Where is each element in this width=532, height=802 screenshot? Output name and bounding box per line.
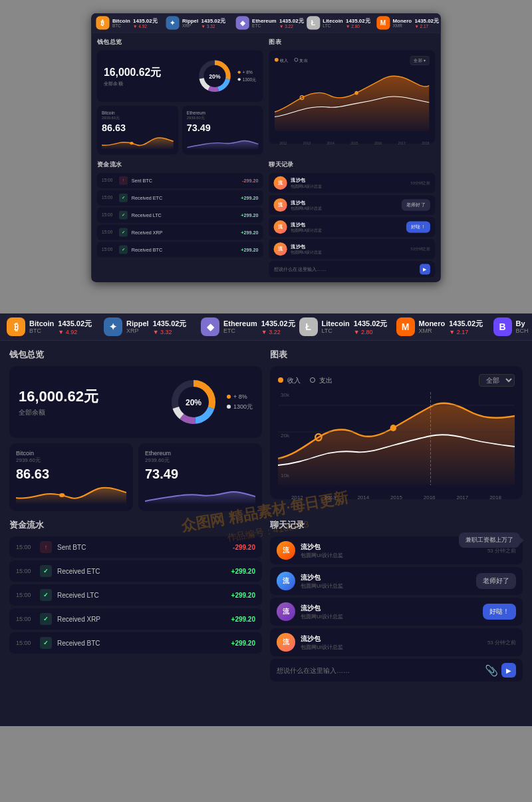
- chart-title: 图表: [270, 349, 523, 361]
- coin-cards: Bitcoin 2939.60元 86.63: [9, 443, 262, 511]
- ethereum-coin-card: Ethereum 2939.60元 73.49: [138, 443, 262, 511]
- rippel-icon: ✦: [104, 317, 122, 336]
- chart-x-labels: 2012 2013 2014 2015 2016 2017 2018: [278, 493, 515, 502]
- chat-section: 聊天记录 兼职工资都上万了 流 流沙包 包圆网UI设计总监: [270, 519, 523, 682]
- notif-bubble-1: 兼职工资都上万了: [459, 532, 520, 548]
- donut-chart: 20%: [196, 57, 234, 96]
- litecoin-icon: Ł: [299, 317, 318, 336]
- bitcoin-ticker-name: Bitcoin: [29, 319, 54, 327]
- btc-icon: ₿: [96, 16, 109, 29]
- chat-input-field[interactable]: [277, 667, 481, 674]
- wallet-section: 钱包总览 16,000.62元 全部余额: [9, 349, 262, 511]
- svg-point-7: [354, 91, 358, 95]
- list-item: 流 流沙包 包圆网UI设计总监 好哒！: [270, 598, 523, 626]
- ethereum-card-name: Ethereum: [145, 450, 171, 457]
- svg-point-13: [59, 493, 65, 497]
- chat-input[interactable]: [274, 267, 417, 272]
- bottom-row: 资金流水 15:00 ↑ Sent BTC -299.20 15:00 ✓: [9, 519, 523, 682]
- ticker-item[interactable]: ◆ Ethereum ETC 1435.02元 ▼ 3.22: [236, 16, 304, 29]
- donut-legend-item: + 8%: [227, 393, 253, 400]
- chart-section: 图表 收入 支出: [270, 349, 523, 511]
- ticker-item[interactable]: ✦ Rippel XRP 1435.02元 ▼ 3.32: [166, 16, 233, 29]
- bitcoin-ticker-code: BTC: [29, 327, 54, 334]
- ethereum-card-sub: 2939.60元: [145, 457, 171, 464]
- bitcoin-card-name: Bitcoin: [16, 450, 41, 457]
- svg-point-5: [130, 142, 133, 144]
- bitcoin-icon: ₿: [7, 317, 25, 336]
- sent-icon: ↑: [40, 541, 52, 553]
- ticker-bar-preview: ₿ Bitcoin BTC 1435.02元 ▼ 4.92 ✦ Rippel X…: [91, 13, 441, 33]
- ticker-item[interactable]: Ł Litecoin LTC 1435.02元 ▼ 2.80: [307, 16, 374, 29]
- transactions-section: 资金流水 15:00 ↑ Sent BTC -299.20 15:00 ✓: [9, 519, 262, 682]
- page-wrapper: ₿ Bitcoin BTC 1435.02元 ▼ 4.92 ✦ Rippel X…: [0, 0, 532, 726]
- chat-input-row: 📎 ▶: [270, 659, 523, 682]
- table-row: 15:00 ↑ Sent BTC -299.20: [9, 536, 262, 558]
- wallet-card: 16,000.62元 全部余额: [97, 50, 263, 102]
- income-legend-label: 收入: [287, 377, 301, 384]
- recv-icon: ✓: [40, 637, 52, 649]
- table-row: 15:00 ✓ Received BTC +299.20: [9, 632, 262, 654]
- donut-legend-item: 1300元: [227, 403, 253, 411]
- donut-legend: + 8% 1300元: [227, 393, 253, 411]
- ltc-icon: Ł: [307, 16, 320, 29]
- by-ticker[interactable]: B By BCH: [493, 317, 532, 336]
- ethereum-ticker[interactable]: ◆ Ethereum ETC 1435.02元 ▼ 3.22: [201, 317, 295, 336]
- wallet-total-label: 全部余额: [19, 408, 98, 417]
- ticker-item[interactable]: M Monero XMR 1435.02元 ▼ 2.17: [376, 16, 441, 29]
- monero-icon: M: [396, 317, 415, 336]
- chat-avatar: 流: [277, 572, 295, 590]
- bottom-row-preview: 资金流水 15:00↑Sent BTC-299.20 15:00✓Receive…: [97, 160, 435, 278]
- ethereum-card: Ethereum2939.60元 73.49: [182, 106, 263, 154]
- main-dashboard-wrapper: ₿ Bitcoin BTC 1435.02元 ▼ 4.92 ✦ Rippel X…: [0, 313, 532, 726]
- donut-pct: 20%: [186, 398, 201, 407]
- bitcoin-coin-card: Bitcoin 2939.60元 86.63: [9, 443, 133, 511]
- chat-bubble: 老师好了: [476, 573, 516, 589]
- xmr-icon: M: [376, 16, 390, 29]
- xrp-icon: ✦: [166, 16, 180, 29]
- ethereum-icon: ◆: [201, 317, 219, 336]
- wallet-section: 钱包总览 16,000.62元 全部余额: [97, 38, 263, 155]
- main-dashboard: ₿ Bitcoin BTC 1435.02元 ▼ 4.92 ✦ Rippel X…: [0, 313, 532, 726]
- chat-avatar: 流: [277, 633, 295, 652]
- wallet-total-card: 16,000.62元 全部余额: [9, 366, 262, 438]
- attachment-icon[interactable]: 📎: [485, 664, 497, 676]
- bitcoin-ticker-change: ▼ 4.92: [58, 329, 92, 335]
- transaction-list: 15:00 ↑ Sent BTC -299.20 15:00 ✓ Receive…: [9, 536, 262, 654]
- list-item: 流 流沙包 包圆网UI设计总监 老师好了: [270, 567, 523, 595]
- wallet-title: 钱包总览: [97, 38, 263, 47]
- coin-cards: Bitcoin2939.60元 86.63: [97, 106, 263, 154]
- chart-area: 30k 20k 10k: [278, 392, 515, 492]
- chat-avatar: 流: [277, 602, 295, 621]
- rippel-ticker[interactable]: ✦ Rippel XRP 1435.02元 ▼ 3.32: [104, 317, 197, 336]
- bitcoin-card-sub: 2939.60元: [16, 457, 41, 464]
- by-icon: B: [493, 317, 512, 336]
- chat-title: 聊天记录: [270, 519, 523, 531]
- chart-period-dropdown[interactable]: 全部 月 年: [479, 374, 515, 387]
- recv-icon: ✓: [40, 565, 52, 577]
- chart-section-preview: 图表 收入 支出 全部 ▾: [269, 38, 435, 155]
- bitcoin-ticker[interactable]: ₿ Bitcoin BTC 1435.02元 ▼ 4.92: [7, 317, 100, 336]
- bitcoin-card: Bitcoin2939.60元 86.63: [97, 106, 178, 154]
- chat-avatar: 流: [277, 541, 295, 560]
- expense-legend-dot: [310, 377, 315, 383]
- chat-list: 流 流沙包 包圆网UI设计总监 53 分钟之前 流 流沙包: [270, 536, 523, 656]
- eth-icon: ◆: [236, 16, 249, 29]
- chat-send-button[interactable]: ▶: [420, 264, 430, 275]
- table-row: 15:00 ✓ Received LTC +299.20: [9, 584, 262, 606]
- wallet-section-title: 钱包总览: [9, 349, 262, 361]
- monero-ticker[interactable]: M Monero XMR 1435.02元 ▼ 2.17: [396, 317, 489, 336]
- ticker-item[interactable]: ₿ Bitcoin BTC 1435.02元 ▼ 4.92: [96, 16, 163, 29]
- recv-icon: ✓: [40, 589, 52, 601]
- chat-send-button[interactable]: ▶: [501, 663, 516, 678]
- ticker-bar: ₿ Bitcoin BTC 1435.02元 ▼ 4.92 ✦ Rippel X…: [0, 313, 532, 341]
- litecoin-ticker[interactable]: Ł Litecoin LTC 1435.02元 ▼ 2.80: [299, 317, 392, 336]
- bitcoin-card-value: 86.63: [16, 467, 126, 482]
- main-grid: 钱包总览 16,000.62元 全部余额: [0, 341, 532, 690]
- wallet-total-amount: 16,000.62元: [19, 387, 98, 407]
- expense-legend-label: 支出: [319, 377, 332, 384]
- ethereum-sparkline: [145, 485, 255, 504]
- list-item: 流 流沙包 包圆网UI设计总监 53 分钟之前: [270, 628, 523, 656]
- table-row: 15:00 ✓ Received XRP +299.20: [9, 608, 262, 630]
- income-legend-dot: [278, 377, 283, 383]
- table-row: 15:00 ✓ Received ETC +299.20: [9, 560, 262, 582]
